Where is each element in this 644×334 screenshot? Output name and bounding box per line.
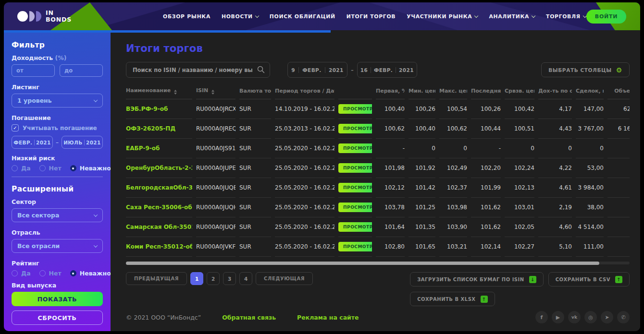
- nav-item-1[interactable]: НОВОСТИ: [222, 13, 259, 20]
- advertising-link[interactable]: Реклама на сайте: [297, 314, 359, 321]
- view-cell: ПРОСМОТР: [338, 217, 372, 237]
- maturity-from-date[interactable]: ФЕВР. 2021: [12, 136, 53, 149]
- bond-search-input[interactable]: [126, 62, 270, 78]
- nav-item-5[interactable]: АНАЛИТИКА: [489, 13, 535, 20]
- view-button[interactable]: ПРОСМОТР: [338, 104, 372, 114]
- period-cell: 25.03.2013 - 16.02.2021: [275, 119, 334, 139]
- value-cell: 100,41: [439, 257, 467, 260]
- login-button[interactable]: ВОЙТИ: [586, 10, 627, 24]
- yield-from-input[interactable]: [12, 64, 55, 77]
- vk-icon[interactable]: vk: [568, 311, 581, 323]
- bond-name-cell: Коми Респ-35012-об: [126, 237, 192, 257]
- value-cell: [607, 158, 630, 178]
- telegram-icon[interactable]: ➤: [601, 311, 613, 323]
- maturity-to-date[interactable]: ИЮЛЬ 2021: [62, 136, 103, 149]
- view-button[interactable]: ПРОСМОТР: [338, 203, 372, 212]
- bond-name-link[interactable]: ОФЗ-26205-ПД: [126, 125, 175, 132]
- view-button[interactable]: ПРОСМОТР: [338, 242, 372, 251]
- radio-option[interactable]: Да: [12, 270, 31, 277]
- maturity-checkbox[interactable]: Учитывать погашение: [12, 124, 103, 131]
- download-isin-list-button[interactable]: ЗАГРУЗИТЬ СПИСОК БУМАГ ПО ISIN: [410, 272, 543, 286]
- download-icon: [529, 276, 536, 283]
- radio-option[interactable]: Неважно: [70, 270, 111, 277]
- industry-select[interactable]: Все отрасли: [12, 239, 103, 253]
- download-isin-list-label: ЗАГРУЗИТЬ СПИСОК БУМАГ ПО ISIN: [417, 277, 524, 282]
- scrollbar-thumb[interactable]: [126, 262, 599, 265]
- feedback-link[interactable]: Обратная связь: [222, 314, 276, 321]
- bond-name-cell: ОФЗ-26205-ПД: [126, 119, 192, 139]
- view-button[interactable]: ПРОСМОТР: [338, 163, 372, 173]
- date-to[interactable]: 16 ФЕВР. 2021: [357, 62, 417, 78]
- sort-icon[interactable]: [174, 90, 177, 95]
- value-cell: 101,35: [409, 217, 435, 237]
- nav-item-label: АНАЛИТИКА: [489, 13, 529, 20]
- horizontal-scrollbar[interactable]: [126, 262, 630, 264]
- value-cell: 100,26: [409, 99, 435, 119]
- value-cell: 4,22: [538, 158, 572, 178]
- choose-columns-label: ВЫБРАТЬ СТОЛБЦЫ: [548, 67, 612, 73]
- column-header[interactable]: ISIN: [196, 84, 235, 99]
- sector-select[interactable]: Все сектора: [12, 208, 103, 222]
- nav-item-6[interactable]: ТОРГОВЛЯ: [546, 13, 586, 20]
- page-button-3[interactable]: 3: [223, 272, 236, 285]
- view-button[interactable]: ПРОСМОТР: [338, 124, 372, 133]
- column-header: Мин. цена, %: [409, 84, 435, 99]
- nav-item-4[interactable]: УЧАСТНИКИ РЫНКА: [407, 13, 478, 20]
- export-file-icon: [615, 276, 622, 283]
- value-cell: 102,37: [439, 178, 467, 198]
- logo-icon: [17, 11, 41, 22]
- view-button[interactable]: ПРОСМОТР: [338, 222, 372, 232]
- show-button[interactable]: ПОКАЗАТЬ: [12, 292, 103, 306]
- choose-columns-button[interactable]: ВЫБРАТЬ СТОЛБЦЫ: [541, 62, 630, 77]
- bond-name-link[interactable]: Саха Респ-35006-об: [126, 204, 192, 211]
- value-cell: 0: [439, 139, 467, 158]
- table-row: Инг Банк (Евразия)-1-бобRU000A0JWC74SUR1…: [126, 257, 630, 260]
- facebook-icon[interactable]: f: [535, 311, 548, 323]
- whatsapp-icon[interactable]: ✆: [617, 311, 630, 323]
- view-button[interactable]: ПРОСМОТР: [338, 143, 372, 153]
- page-button-1[interactable]: 1: [190, 272, 203, 285]
- value-cell: 100,42: [505, 99, 534, 119]
- bond-name-link[interactable]: Самарская Обл-35010-об: [126, 224, 192, 230]
- previous-page-button[interactable]: ПРЕДЫДУЩАЯ: [126, 272, 187, 285]
- bond-name-link[interactable]: ВЭБ.РФ-9-об: [126, 106, 168, 112]
- radio-option[interactable]: Нет: [39, 270, 62, 277]
- nav-item-3[interactable]: ИТОГИ ТОРГОВ: [347, 13, 396, 20]
- reset-button[interactable]: СБРОСИТЬ: [12, 310, 103, 325]
- radio-option[interactable]: Неважно: [70, 165, 111, 172]
- search-icon[interactable]: [257, 66, 265, 73]
- page-button-4[interactable]: 4: [239, 272, 252, 285]
- bond-name-link[interactable]: ОренбурОбласть-2-35002-об: [126, 165, 192, 171]
- yield-unit: (%): [55, 54, 67, 61]
- value-cell: 101,62: [471, 217, 501, 237]
- logo[interactable]: IN BONDS: [17, 10, 72, 23]
- isin-cell: RU000A0JUPE3: [196, 158, 235, 178]
- yield-label: Доходность (%): [12, 54, 103, 61]
- bond-name-cell: БелгородскаяОбл-35008-об: [126, 178, 192, 198]
- bond-name-link[interactable]: БелгородскаяОбл-35008-об: [126, 184, 192, 191]
- table-row: Саха Респ-35006-обRU000A0JUQH4SUR25.05.2…: [126, 198, 630, 217]
- view-button[interactable]: ПРОСМОТР: [338, 183, 372, 192]
- save-xlsx-button[interactable]: СОХРАНИТЬ В XLSX: [410, 292, 495, 306]
- page-button-2[interactable]: 2: [207, 272, 220, 285]
- nav-item-2[interactable]: ПОИСК ОБЛИГАЦИЙ: [270, 13, 335, 20]
- sort-icon[interactable]: [211, 90, 214, 95]
- date-from[interactable]: 9 ФЕВР. 2021: [287, 62, 347, 78]
- radio-option[interactable]: Нет: [39, 165, 62, 172]
- value-cell: 4,61: [538, 178, 572, 198]
- next-page-button[interactable]: СЛЕДУЮЩАЯ: [256, 272, 313, 285]
- radio-label: Неважно: [80, 270, 111, 277]
- value-cell: 101,98: [376, 158, 405, 178]
- radio-option[interactable]: Да: [12, 165, 31, 172]
- bond-name-link[interactable]: ЕАБР-9-об: [126, 145, 160, 152]
- nav-item-label: УЧАСТНИКИ РЫНКА: [407, 13, 472, 20]
- bond-name-link[interactable]: Коми Респ-35012-об: [126, 243, 192, 250]
- listing-select[interactable]: 1 уровень: [12, 94, 103, 107]
- youtube-icon[interactable]: ▶: [552, 311, 564, 323]
- yield-to-input[interactable]: [60, 64, 103, 77]
- nav-item-label: ПОИСК ОБЛИГАЦИЙ: [270, 13, 335, 20]
- save-csv-button[interactable]: СОХРАНИТЬ В CSV: [548, 272, 630, 286]
- instagram-icon[interactable]: ◎: [584, 311, 597, 323]
- nav-item-0[interactable]: ОБЗОР РЫНКА: [163, 13, 211, 20]
- column-header[interactable]: Наименование: [126, 84, 192, 99]
